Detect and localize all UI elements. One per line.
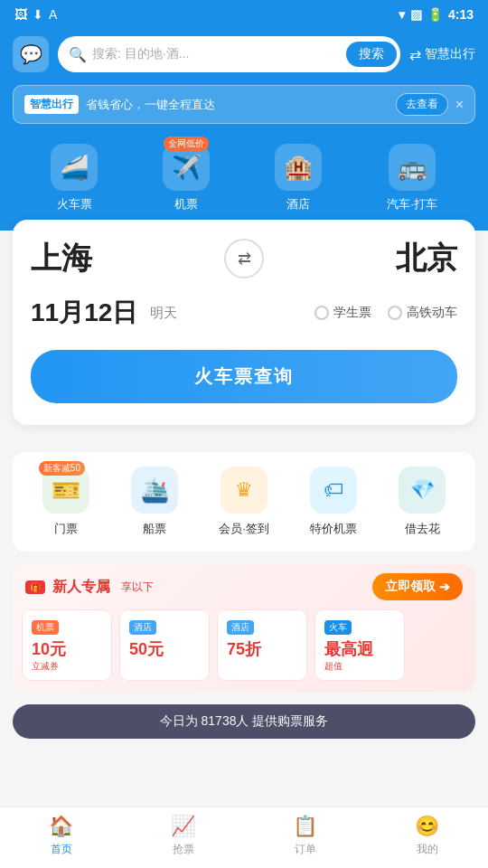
flight-icon-wrap: ✈️ 全网低价 [163,144,210,191]
student-ticket-radio[interactable] [314,306,329,320]
search-button[interactable]: 搜索 [346,42,397,67]
service-item-loan[interactable]: 💎 借去花 [399,467,446,537]
grab-label: 抢票 [173,842,194,857]
promotion-banner: 智慧出行 省钱省心，一键全程直达 去查看 × [0,85,488,137]
coupon-train[interactable]: 火车 最高迥 超值 [314,609,405,681]
new-user-section: 🎁 新人专属 享以下 立即领取 ➔ 机票 10元 立减券 酒店 50元 酒店 7… [13,564,475,692]
bottom-nav-home[interactable]: 🏠 首页 [49,815,73,857]
swap-cities-button[interactable]: ⇄ [224,239,264,278]
highspeed-radio[interactable] [388,306,402,320]
banner-tag: 智慧出行 [24,95,79,114]
transfer-icon: ⇄ [409,46,421,63]
service-item-cheap-flight[interactable]: 🏷 特价机票 [310,467,357,537]
from-city[interactable]: 上海 [31,238,92,279]
bottom-nav-grab[interactable]: 📈 抢票 [171,815,195,857]
member-icon-wrap: ♛ [221,467,267,514]
date-row: 11月12日 明天 学生票 高铁动车 [31,296,457,330]
service-item-member[interactable]: ♛ 会员·签到 [219,467,269,537]
claim-arrow-icon: ➔ [439,580,450,594]
train-icon: 🚄 [51,144,98,191]
orders-icon: 📋 [293,815,317,838]
claim-button[interactable]: 立即领取 ➔ [372,573,463,600]
new-user-header: 🎁 新人专属 享以下 立即领取 ➔ [13,564,475,609]
coupon-train-type: 火车 [324,620,352,635]
hotel-label: 酒店 [286,196,310,212]
nav-item-hotel[interactable]: 🏨 酒店 [275,144,322,212]
bus-icon-wrap: 🚌 [389,144,436,191]
train-label: 火车票 [57,196,92,212]
search-train-button[interactable]: 火车票查询 [31,350,457,403]
to-city[interactable]: 北京 [396,238,457,279]
new-user-banner: 🎁 新人专属 享以下 立即领取 ➔ 机票 10元 立减券 酒店 50元 酒店 7… [13,564,475,692]
nav-item-flight[interactable]: ✈️ 全网低价 机票 [163,144,210,212]
bottom-nav: 🏠 首页 📈 抢票 📋 订单 😊 我的 [0,807,488,868]
time-display: 4:13 [448,7,474,22]
translate-icon: A [49,7,57,22]
smart-travel-link[interactable]: ⇄ 智慧出行 [409,46,475,63]
download-icon: ⬇ [33,7,43,22]
route-row: 上海 ⇄ 北京 [31,238,457,279]
coupon-hotel2[interactable]: 酒店 75折 [217,609,307,681]
coupon-hotel2-amount: 75折 [227,638,297,660]
coupon-train-desc: 超值 [324,660,395,673]
tickets-icon-wrap: 🎫 新客减50 [42,467,89,514]
bus-label: 汽车·打车 [387,196,437,212]
toast-bar: 今日为 81738人 提供购票服务 [13,704,475,739]
gallery-icon: 🖼 [14,7,27,22]
services-grid: 🎫 新客减50 门票 🛳️ 船票 ♛ 会员·签到 🏷 特价机票 💎 [13,452,475,552]
bottom-nav-profile[interactable]: 😊 我的 [415,815,439,857]
new-user-tag: 🎁 [25,580,45,594]
hotel-icon-wrap: 🏨 [275,144,322,191]
status-right-info: ▾ ▨ 🔋 4:13 [399,7,474,22]
search-bar[interactable]: 🔍 搜索: 目的地·酒... 搜索 [58,36,400,72]
flight-label: 机票 [174,196,198,212]
service-item-tickets[interactable]: 🎫 新客减50 门票 [42,467,89,537]
banner-inner: 智慧出行 省钱省心，一键全程直达 去查看 × [13,85,475,124]
travel-date[interactable]: 11月12日 [31,296,137,330]
claim-label: 立即领取 [385,579,436,595]
bus-icon: 🚌 [389,144,436,191]
smart-travel-label: 智慧出行 [425,46,475,62]
train-icon-wrap: 🚄 [51,144,98,191]
loan-icon-wrap: 💎 [399,467,446,514]
highspeed-option[interactable]: 高铁动车 [388,305,457,321]
coupon-row: 机票 10元 立减券 酒店 50元 酒店 75折 火车 最高迥 超值 [13,609,475,692]
bottom-nav-orders[interactable]: 📋 订单 [293,815,317,857]
message-icon: 💬 [20,43,42,65]
home-icon: 🏠 [49,815,73,838]
low-price-badge: 全网低价 [164,137,209,151]
search-icon: 🔍 [69,46,87,63]
swap-icon: ⇄ [238,249,251,269]
loan-label: 借去花 [405,521,440,537]
new-user-title: 新人专属 [52,578,110,597]
search-card: 上海 ⇄ 北京 11月12日 明天 学生票 高铁动车 火车票查询 [13,220,475,425]
status-left-icons: 🖼 ⬇ A [14,7,57,22]
coupon-hotel1-type: 酒店 [129,620,156,635]
banner-text: 省钱省心，一键全程直达 [86,97,389,113]
nav-item-bus[interactable]: 🚌 汽车·打车 [387,144,437,212]
message-button[interactable]: 💬 [13,36,49,72]
member-icon: ♛ [235,478,253,502]
coupon-train-amount: 最高迥 [324,638,395,660]
cheap-flight-label: 特价机票 [310,521,357,537]
search-placeholder: 搜索: 目的地·酒... [92,46,341,62]
service-item-ferry[interactable]: 🛳️ 船票 [131,467,178,537]
category-nav: 🚄 火车票 ✈️ 全网低价 机票 🏨 酒店 🚌 汽车·打车 [0,137,488,231]
cheap-flight-icon: 🏷 [324,478,343,502]
travel-date-sub: 明天 [150,305,177,322]
ferry-icon: 🛳️ [140,476,169,505]
student-ticket-option[interactable]: 学生票 [314,305,371,321]
coupon-hotel1-amount: 50元 [129,638,200,660]
battery-icon: 🔋 [427,7,443,22]
banner-close-button[interactable]: × [455,97,464,113]
toast-text: 今日为 81738人 提供购票服务 [160,713,329,728]
banner-check-button[interactable]: 去查看 [396,93,448,116]
coupon-flight[interactable]: 机票 10元 立减券 [22,609,112,681]
signal-icon: ▨ [410,7,422,22]
coupon-hotel1[interactable]: 酒店 50元 [119,609,210,681]
tickets-label: 门票 [54,521,78,537]
grab-icon: 📈 [171,815,195,838]
header: 💬 🔍 搜索: 目的地·酒... 搜索 ⇄ 智慧出行 [0,29,488,85]
nav-item-train[interactable]: 🚄 火车票 [51,144,98,212]
profile-icon: 😊 [415,815,439,838]
